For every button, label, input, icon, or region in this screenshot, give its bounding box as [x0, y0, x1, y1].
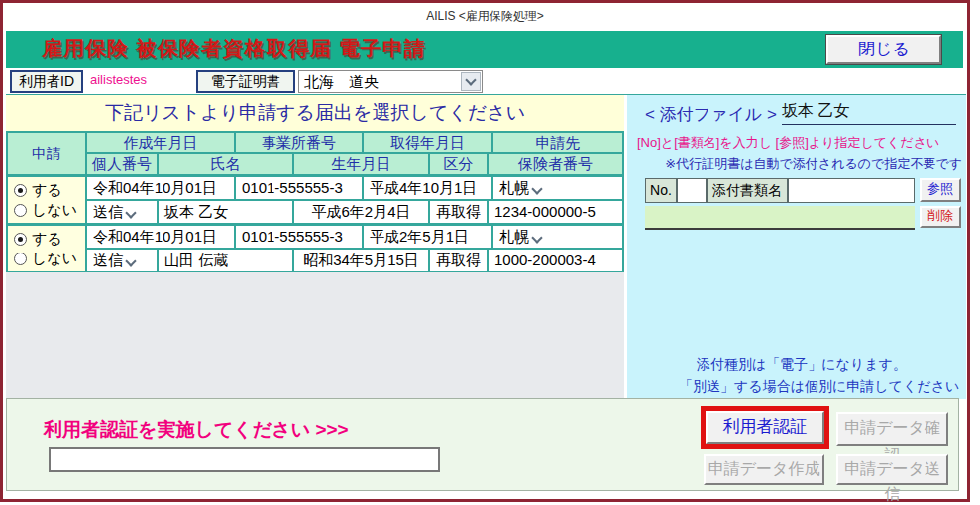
- birth-cell: 平成6年2月4日: [294, 201, 428, 223]
- radio-no-label[interactable]: しない: [32, 250, 77, 268]
- attachment-title: < 添付ファイル >: [645, 103, 777, 126]
- chevron-down-icon[interactable]: [533, 179, 541, 196]
- list-instruction: 下記リストより申請する届出を選択してください: [6, 95, 624, 131]
- col-apply: 申請: [8, 133, 85, 174]
- attach-type-note-1: 添付種別は「電子」になります。: [697, 356, 907, 374]
- col-created: 作成年月日: [87, 133, 234, 152]
- footer-panel: 利用者認証を実施してください >>> 利用者認証 申請データ確認 申請データ作成…: [6, 398, 959, 491]
- created-cell: 令和04年10月01日: [87, 226, 234, 248]
- attachment-panel: < 添付ファイル > 坂本 乙女 [No]と[書類名]を入力し [参照]より指定…: [627, 95, 966, 399]
- user-id-row: 利用者ID ailistestes 電子証明書 北海 道央: [6, 68, 963, 94]
- application-table: 申請 作成年月日 事業所番号 取得年月日 申請先 個人番号 氏名 生年月日: [6, 131, 624, 273]
- apply-radio-group: する しない: [8, 226, 85, 271]
- kubun-cell: 再取得: [430, 201, 487, 223]
- send-select[interactable]: 送信: [87, 250, 157, 271]
- delete-button[interactable]: 削除: [920, 206, 961, 228]
- app-header: 雇用保険 被保険者資格取得届 電子申請 閉じる: [6, 31, 963, 68]
- acquired-cell: 平成2年5月1日: [364, 226, 491, 248]
- no-input[interactable]: [677, 178, 707, 203]
- attachment-file-display: [645, 206, 915, 230]
- col-insurer-no: 保険者番号: [489, 154, 622, 174]
- table-row: する しない 令和04年10月01日 0101-555555-3 平成2年5月1…: [8, 226, 622, 271]
- auth-prompt: 利用者認証を実施してください >>>: [44, 417, 349, 443]
- user-id-value: ailistestes: [90, 72, 147, 87]
- notification-list-section: 下記リストより申請する届出を選択してください 申請 作成年月日 事業所番号 取得…: [6, 95, 624, 399]
- col-birth: 生年月日: [294, 154, 428, 174]
- destination-select[interactable]: 札幌: [493, 226, 622, 248]
- send-select[interactable]: 送信: [87, 201, 157, 223]
- col-name: 氏名: [159, 154, 292, 174]
- radio-unselected-icon[interactable]: [14, 252, 27, 265]
- col-office-no: 事業所番号: [236, 133, 362, 152]
- send-value: 送信: [93, 252, 123, 268]
- chevron-down-icon[interactable]: [127, 252, 135, 268]
- send-value: 送信: [93, 203, 123, 220]
- table-header: 申請 作成年月日 事業所番号 取得年月日 申請先 個人番号 氏名 生年月日: [8, 133, 622, 174]
- radio-no-label[interactable]: しない: [32, 201, 77, 220]
- certificate-value: 北海 道央: [304, 73, 379, 90]
- insurer-no-cell: 1234-000000-5: [489, 201, 622, 223]
- destination-value: 札幌: [499, 228, 529, 245]
- table-row: する しない 令和04年10月01日 0101-555555-3 平成4年10月…: [8, 177, 622, 223]
- col-kubun: 区分: [430, 154, 487, 174]
- data-create-button: 申請データ作成: [704, 454, 824, 485]
- no-label: No.: [645, 178, 677, 203]
- screen: AILIS <雇用保険処理> 雇用保険 被保険者資格取得届 電子申請 閉じる 利…: [0, 0, 980, 505]
- window-title: AILIS <雇用保険処理>: [3, 3, 967, 31]
- chevron-down-icon[interactable]: [533, 228, 541, 245]
- office-no-cell: 0101-555555-3: [236, 177, 362, 199]
- radio-unselected-icon[interactable]: [14, 204, 27, 217]
- main-area: 下記リストより申請する届出を選択してください 申請 作成年月日 事業所番号 取得…: [6, 94, 966, 398]
- kubun-cell: 再取得: [430, 250, 487, 271]
- attachment-hint: [No]と[書類名]を入力し [参照]より指定してください: [637, 134, 939, 152]
- col-acquired: 取得年月日: [364, 133, 491, 152]
- destination-select[interactable]: 札幌: [493, 177, 622, 199]
- chevron-down-icon[interactable]: [127, 203, 135, 220]
- col-personal-no: 個人番号: [87, 154, 157, 174]
- created-cell: 令和04年10月01日: [87, 177, 234, 199]
- doc-name-input[interactable]: [788, 178, 915, 203]
- user-auth-button[interactable]: 利用者認証: [706, 411, 824, 444]
- attachment-person: 坂本 乙女: [782, 101, 956, 125]
- attachment-note-proxy-cert: ※代行証明書は自動で添付されるので指定不要です: [651, 155, 962, 173]
- auth-button-highlight: 利用者認証: [701, 406, 829, 449]
- acquired-cell: 平成4年10月1日: [364, 177, 491, 199]
- radio-selected-icon[interactable]: [14, 184, 27, 197]
- data-send-button: 申請データ送信: [836, 454, 948, 485]
- col-destination: 申請先: [493, 133, 622, 152]
- certificate-select[interactable]: 北海 道央: [298, 70, 483, 93]
- radio-selected-icon[interactable]: [14, 233, 27, 246]
- user-id-label: 利用者ID: [10, 70, 83, 93]
- browse-button[interactable]: 参照: [920, 178, 961, 202]
- name-cell: 山田 伝蔵: [159, 250, 292, 271]
- radio-yes-label[interactable]: する: [32, 181, 62, 200]
- data-confirm-button: 申請データ確認: [836, 412, 948, 446]
- certificate-label: 電子証明書: [196, 70, 295, 93]
- insurer-no-cell: 1000-200003-4: [489, 250, 622, 271]
- destination-value: 札幌: [499, 179, 529, 196]
- name-cell: 坂本 乙女: [159, 201, 292, 223]
- auth-input[interactable]: [49, 447, 440, 472]
- radio-yes-label[interactable]: する: [32, 230, 62, 249]
- office-no-cell: 0101-555555-3: [236, 226, 362, 248]
- empty-list-area: [6, 272, 624, 399]
- apply-radio-group: する しない: [8, 177, 85, 223]
- birth-cell: 昭和34年5月15日: [294, 250, 428, 271]
- chevron-down-icon[interactable]: [461, 72, 481, 91]
- close-button[interactable]: 閉じる: [826, 35, 941, 64]
- app-window: AILIS <雇用保険処理> 雇用保険 被保険者資格取得届 電子申請 閉じる 利…: [0, 0, 970, 502]
- page-title: 雇用保険 被保険者資格取得届 電子申請: [42, 35, 426, 62]
- doc-name-label: 添付書類名: [707, 178, 788, 203]
- attach-type-note-2: 「別送」する場合は個別に申請してください: [679, 378, 959, 396]
